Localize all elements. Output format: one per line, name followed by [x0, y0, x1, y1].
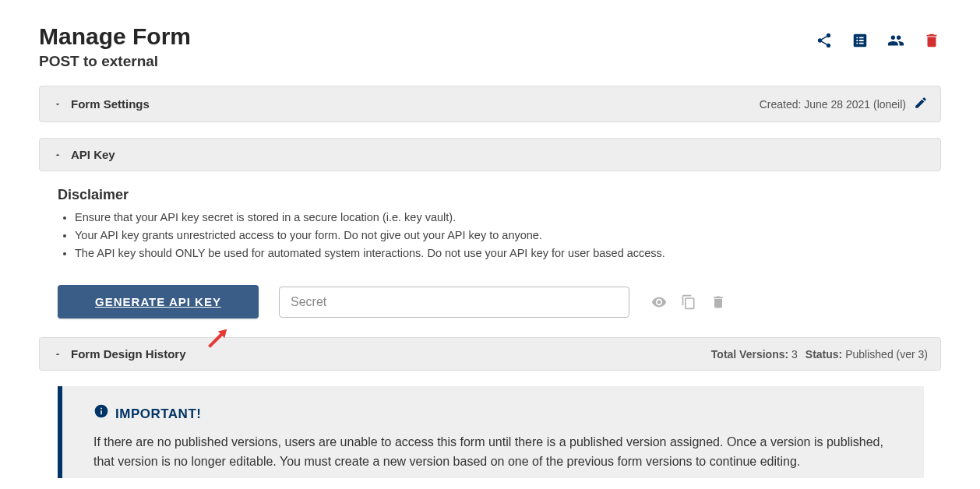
- disclaimer-item: Your API key grants unrestricted access …: [75, 227, 922, 244]
- form-settings-label: Form Settings: [71, 97, 150, 111]
- edit-icon[interactable]: [914, 96, 928, 112]
- important-body: If there are no published versions, user…: [93, 433, 893, 472]
- total-versions: Total Versions: 3: [711, 348, 798, 361]
- trash-icon[interactable]: [709, 293, 728, 311]
- secret-input[interactable]: [279, 287, 629, 318]
- visibility-icon[interactable]: [650, 293, 668, 311]
- delete-icon[interactable]: [922, 31, 941, 50]
- disclaimer-item: The API key should ONLY be used for auto…: [75, 245, 922, 262]
- created-info: Created: June 28 2021 (loneil): [760, 98, 906, 111]
- chevron-up-icon: [52, 150, 63, 160]
- api-key-label: API Key: [71, 148, 115, 161]
- disclaimer-list: Ensure that your API key secret is store…: [58, 209, 922, 262]
- chevron-down-icon: [52, 99, 63, 110]
- status: Status: Published (ver 3): [806, 348, 928, 361]
- page-title: Manage Form: [39, 23, 191, 50]
- disclaimer-item: Ensure that your API key secret is store…: [75, 209, 922, 226]
- design-history-label: Form Design History: [71, 347, 186, 361]
- info-icon: [93, 403, 109, 425]
- generate-api-key-button[interactable]: GENERATE API KEY: [58, 285, 259, 318]
- copy-icon[interactable]: [679, 293, 698, 311]
- page-subtitle: POST to external: [39, 53, 191, 70]
- disclaimer-title: Disclaimer: [58, 187, 922, 203]
- action-icon-bar: [815, 23, 941, 50]
- api-key-panel-header[interactable]: API Key: [39, 138, 941, 171]
- form-settings-panel-header[interactable]: Form Settings Created: June 28 2021 (lon…: [39, 86, 941, 122]
- design-history-panel-header[interactable]: Form Design History Total Versions: 3 St…: [39, 337, 941, 371]
- list-icon[interactable]: [851, 31, 869, 50]
- chevron-up-icon: [52, 349, 63, 360]
- share-icon[interactable]: [815, 31, 834, 50]
- people-icon[interactable]: [887, 31, 905, 50]
- important-callout: IMPORTANT! If there are no published ver…: [58, 386, 924, 478]
- important-title: IMPORTANT!: [115, 404, 201, 424]
